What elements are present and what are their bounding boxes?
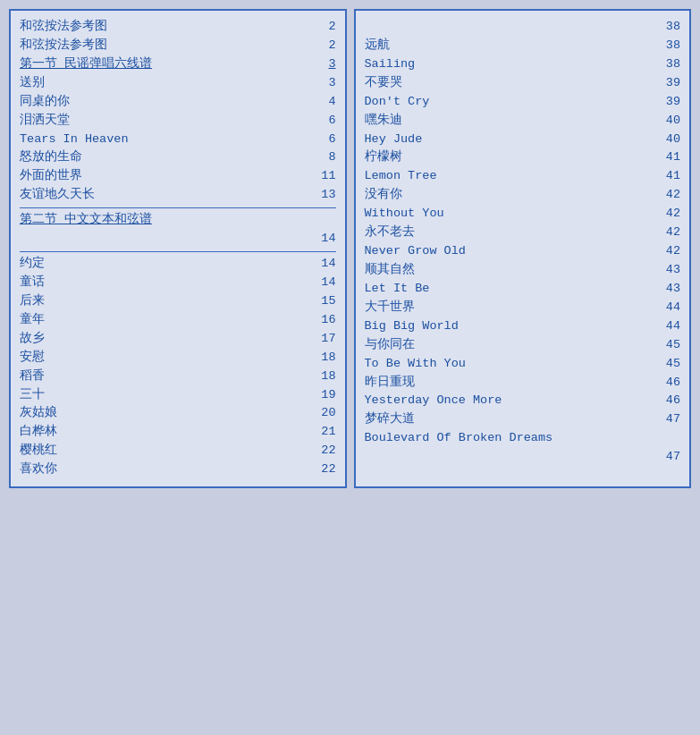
toc-title: 大千世界	[365, 299, 663, 317]
toc-page: 42	[662, 205, 680, 224]
toc-item: 童年16	[20, 311, 336, 330]
toc-title: 泪洒天堂	[20, 112, 318, 131]
toc-page: 20	[318, 404, 336, 423]
toc-spacer-row: 38	[365, 18, 681, 37]
toc-item: Don't Cry39	[365, 93, 681, 112]
toc-item: 同桌的你4	[20, 93, 336, 112]
divider	[20, 251, 336, 252]
toc-page: 39	[662, 74, 680, 93]
toc-title: 喜欢你	[20, 460, 318, 479]
toc-item: 故乡17	[20, 330, 336, 349]
toc-title: 三十	[20, 386, 318, 405]
toc-page: 8	[318, 148, 336, 167]
divider	[20, 207, 336, 208]
toc-item: 安慰18	[20, 349, 336, 368]
toc-item: 梦碎大道47	[365, 410, 681, 429]
toc-title: Without You	[365, 205, 663, 224]
toc-item: 喜欢你22	[20, 460, 336, 479]
toc-title: Hey Jude	[365, 131, 663, 149]
toc-title: 童年	[20, 311, 318, 330]
toc-page: 6	[318, 131, 336, 149]
toc-title: 嘿朱迪	[365, 112, 663, 131]
toc-page: 43	[662, 280, 680, 299]
toc-title: 故乡	[20, 330, 318, 349]
toc-page: 4	[318, 93, 336, 112]
toc-title: 柠檬树	[365, 148, 663, 167]
toc-item: Boulevard Of Broken Dreams	[365, 429, 681, 448]
toc-title: Tears In Heaven	[20, 131, 318, 149]
toc-page: 6	[318, 112, 336, 131]
toc-page: 38	[662, 37, 680, 55]
toc-page: 15	[318, 292, 336, 311]
toc-item: Lemon Tree41	[365, 167, 681, 186]
toc-item: Without You42	[365, 205, 681, 224]
toc-item: Big Big World44	[365, 317, 681, 336]
toc-item: Yesterday Once More46	[365, 392, 681, 410]
toc-title: 和弦按法参考图	[20, 37, 318, 55]
toc-title: 永不老去	[365, 224, 663, 242]
toc-page: 46	[662, 392, 680, 410]
toc-item: 没有你42	[365, 186, 681, 205]
toc-title: Let It Be	[365, 280, 663, 299]
toc-item: 三十19	[20, 386, 336, 405]
right-panel: 38远航38Sailing38不要哭39Don't Cry39嘿朱迪40Hey …	[354, 9, 692, 488]
toc-title: Big Big World	[365, 317, 663, 336]
toc-page: 40	[662, 112, 680, 131]
toc-title: 白桦林	[20, 423, 318, 442]
toc-title: 没有你	[365, 186, 663, 205]
toc-item: 与你同在45	[365, 336, 681, 355]
toc-item: Let It Be43	[365, 280, 681, 299]
toc-page: 3	[318, 55, 336, 74]
toc-item: 和弦按法参考图2	[20, 18, 336, 37]
toc-page: 43	[662, 261, 680, 280]
toc-item: 和弦按法参考图2	[20, 37, 336, 55]
toc-item: 柠檬树41	[365, 148, 681, 167]
toc-item: 远航38	[365, 37, 681, 55]
toc-page: 41	[662, 148, 680, 167]
toc-page: 14	[318, 274, 336, 292]
toc-title: 送别	[20, 74, 318, 93]
toc-item: 顺其自然43	[365, 261, 681, 280]
toc-title: Sailing	[365, 55, 663, 74]
toc-page: 41	[662, 167, 680, 186]
toc-title: 与你同在	[365, 336, 663, 355]
toc-page: 17	[318, 330, 336, 349]
toc-title: 远航	[365, 37, 663, 55]
toc-title: Yesterday Once More	[365, 392, 663, 410]
page-number: 14	[321, 230, 335, 249]
toc-page: 44	[662, 299, 680, 317]
toc-item: 不要哭39	[365, 74, 681, 93]
toc-title: 外面的世界	[20, 167, 318, 186]
toc-page: 3	[318, 74, 336, 93]
toc-item: Never Grow Old42	[365, 242, 681, 261]
toc-page: 18	[318, 368, 336, 386]
toc-page: 2	[318, 37, 336, 55]
toc-page: 40	[662, 131, 680, 149]
toc-title: 安慰	[20, 349, 318, 368]
toc-title: 顺其自然	[365, 261, 663, 280]
toc-item: 灰姑娘20	[20, 404, 336, 423]
toc-title: 樱桃红	[20, 442, 318, 460]
page-number: 47	[666, 448, 680, 467]
toc-title: 和弦按法参考图	[20, 18, 318, 37]
toc-title: 第一节 民谣弹唱六线谱	[20, 55, 318, 74]
toc-title: To Be With You	[365, 355, 663, 374]
toc-item: Hey Jude40	[365, 131, 681, 149]
toc-item: 樱桃红22	[20, 442, 336, 460]
toc-item: To Be With You45	[365, 355, 681, 374]
toc-title: 灰姑娘	[20, 404, 318, 423]
toc-item: Sailing38	[365, 55, 681, 74]
toc-page: 47	[662, 410, 680, 429]
toc-page: 46	[662, 374, 680, 393]
toc-item: 昨日重现46	[365, 374, 681, 393]
toc-page: 39	[662, 93, 680, 112]
toc-item: 白桦林21	[20, 423, 336, 442]
toc-page: 19	[318, 386, 336, 405]
toc-title: 不要哭	[365, 74, 663, 93]
toc-title: 怒放的生命	[20, 148, 318, 167]
toc-title: 稻香	[20, 368, 318, 386]
toc-title: 约定	[20, 255, 318, 274]
toc-page: 11	[318, 167, 336, 186]
toc-item: 第二节 中文文本和弦谱	[20, 211, 336, 230]
toc-item: 约定14	[20, 255, 336, 274]
